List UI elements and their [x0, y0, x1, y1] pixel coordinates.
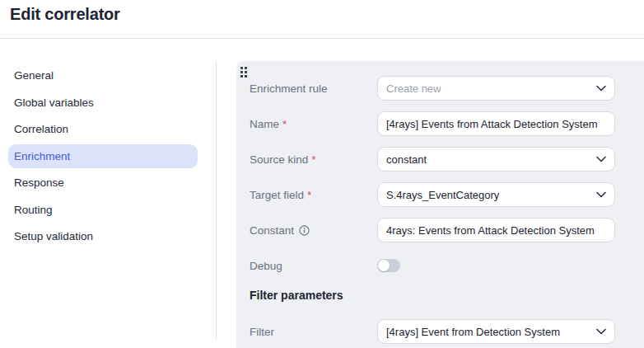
sidebar-item-label: General — [14, 69, 54, 82]
constant-label: Constant — [250, 224, 377, 237]
sidebar-item-setup-validation[interactable]: Setup validation — [8, 224, 198, 248]
enrichment-form-panel: Enrichment rule Create new Name* S — [236, 61, 644, 348]
sidebar: General Global variables Correlation Enr… — [8, 63, 198, 248]
filter-row: Filter [4rays] Event from Detection Syst… — [250, 319, 615, 344]
source-kind-label: Source kind* — [250, 153, 377, 166]
target-field-select[interactable]: S.4rays_EventCategory — [377, 182, 615, 207]
required-asterisk: * — [307, 189, 311, 201]
sidebar-item-label: Global variables — [14, 96, 94, 109]
filter-select[interactable]: [4rays] Event from Detection System — [377, 319, 615, 344]
filter-label: Filter — [250, 326, 377, 338]
name-input[interactable] — [377, 111, 615, 136]
enrichment-rule-placeholder: Create new — [386, 82, 441, 95]
sidebar-item-label: Routing — [14, 204, 53, 216]
chevron-down-icon — [596, 328, 606, 335]
target-field-value: S.4rays_EventCategory — [386, 189, 499, 201]
vertical-divider — [216, 61, 217, 341]
enrichment-rule-label: Enrichment rule — [250, 82, 377, 95]
debug-row: Debug — [250, 253, 615, 278]
filter-value: [4rays] Event from Detection System — [386, 326, 560, 338]
sidebar-item-routing[interactable]: Routing — [8, 198, 198, 222]
required-asterisk: * — [311, 153, 315, 166]
chevron-down-icon — [596, 85, 606, 92]
constant-input[interactable] — [377, 218, 615, 242]
required-asterisk: * — [282, 118, 287, 130]
page-title: Edit correlator — [10, 5, 634, 24]
source-kind-row: Source kind* constant — [250, 147, 615, 172]
sidebar-item-global-variables[interactable]: Global variables — [8, 91, 198, 115]
enrichment-rule-row: Enrichment rule Create new — [250, 76, 615, 101]
target-field-label: Target field* — [250, 189, 377, 201]
debug-toggle[interactable] — [377, 259, 400, 272]
sidebar-item-general[interactable]: General — [8, 63, 198, 87]
sidebar-item-label: Response — [14, 176, 64, 189]
name-label: Name* — [250, 118, 377, 130]
chevron-down-icon — [596, 156, 606, 162]
name-row: Name* — [250, 111, 615, 136]
source-kind-select[interactable]: constant — [377, 147, 615, 172]
enrichment-rule-select[interactable]: Create new — [377, 76, 615, 101]
constant-row: Constant — [250, 218, 615, 242]
toggle-knob — [378, 260, 390, 271]
filter-parameters-heading: Filter parameters — [250, 289, 615, 303]
info-icon[interactable] — [299, 225, 310, 236]
target-field-row: Target field* S.4rays_EventCategory — [250, 182, 615, 207]
sidebar-item-label: Correlation — [14, 123, 68, 135]
page-header: Edit correlator — [0, 0, 644, 39]
drag-handle-icon[interactable] — [239, 65, 249, 79]
debug-label: Debug — [250, 260, 377, 272]
sidebar-item-label: Setup validation — [14, 230, 93, 242]
source-kind-value: constant — [386, 153, 427, 166]
sidebar-item-enrichment[interactable]: Enrichment — [8, 144, 198, 168]
sidebar-item-label: Enrichment — [14, 150, 70, 162]
chevron-down-icon — [596, 191, 606, 198]
sidebar-item-correlation[interactable]: Correlation — [8, 117, 198, 141]
content-area: General Global variables Correlation Enr… — [0, 39, 644, 348]
sidebar-item-response[interactable]: Response — [8, 171, 198, 195]
